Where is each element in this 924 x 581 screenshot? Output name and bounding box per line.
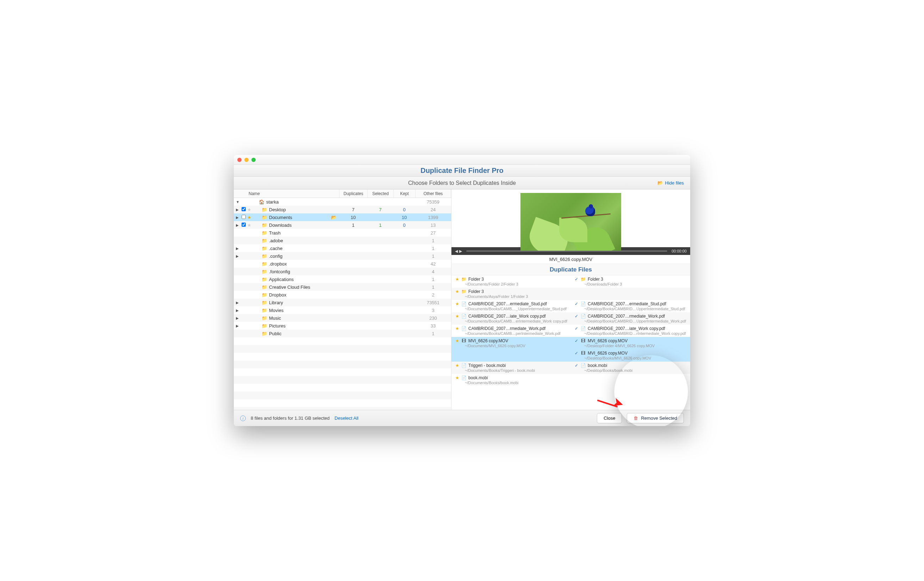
dup-cell[interactable]: ★📄book.mobi~/Documents/Books/book.mobi [451,374,571,386]
file-type-icon: 📁 [461,289,466,294]
tree-row[interactable]: ▶★📁Desktop77024 [234,206,451,213]
col-kept[interactable]: Kept [394,190,416,198]
dup-filename: Folder 3 [469,277,484,282]
remove-selected-button[interactable]: 🗑 Remove Selected [627,413,684,423]
star-icon[interactable]: ★ [246,207,252,212]
expander-icon[interactable]: ▼ [236,200,241,204]
dup-cell[interactable]: ✓🎞MVI_6626 copy.MOV~/Desktop/Books/MVI_6… [571,349,690,361]
star-icon: ★ [455,289,459,294]
tree-row[interactable]: ▶📁Library73551 [234,299,451,306]
dup-cell[interactable]: ✓📄CAMBRIDGE_2007…rmediate_Work.pdf~/Desk… [571,312,690,325]
star-icon[interactable]: ★ [246,223,252,228]
dup-cell[interactable]: ✓📄CAMBRIDGE_2007…iate_Work copy.pdf~/Des… [571,325,690,337]
dup-row[interactable]: ★📄book.mobi~/Documents/Books/book.mobi [451,374,690,386]
tree-row[interactable]: ▶📁.config1 [234,252,451,260]
other-count: 1 [415,284,451,290]
expander-icon[interactable]: ▶ [236,246,241,250]
col-selected[interactable]: Selected [368,190,394,198]
tree-row[interactable]: ▶📁Movies3 [234,306,451,314]
folder-icon: 📁 [261,292,267,297]
checkbox[interactable] [241,207,246,212]
col-name[interactable]: Name [234,190,340,198]
dup-cell[interactable]: ★📄Triggeri - book.mobi~/Documents/Books/… [451,361,571,374]
tree-row[interactable]: 📁.fontconfig4 [234,267,451,276]
dup-row[interactable]: ★📄CAMBRIDGE_2007…iate_Work copy.pdf~/Doc… [451,312,690,325]
expander-icon[interactable]: ▶ [236,223,241,227]
check-icon: ✓ [574,363,579,368]
tree-row[interactable]: ▶📁Pictures33 [234,322,451,330]
folder-tree[interactable]: ▼🏠starka75359▶★📁Desktop77024▶★📁Documents… [234,198,451,410]
dup-cell[interactable]: ★📄CAMBRIDGE_2007…ermediate_Stud.pdf~/Doc… [451,300,571,312]
expander-icon[interactable]: ▶ [236,309,241,312]
tree-row[interactable]: ▶★📁Downloads11013 [234,221,451,229]
close-window-icon[interactable] [238,158,242,162]
subtitle-text: Choose Folders to Select Duplicates Insi… [408,180,516,186]
dup-cell[interactable]: ✓🎞MVI_6626 copy.MOV~/Desktop/Folder 4/MV… [571,337,690,349]
file-type-icon: 📄 [461,375,466,380]
tree-row-empty [234,345,451,353]
dup-row[interactable]: ★🎞MVI_6626 copy.MOV~/Documents/MVI_6626 … [451,337,690,349]
tree-row[interactable]: 📁.dropbox42 [234,260,451,267]
star-icon: ★ [455,375,459,380]
deselect-all-link[interactable]: Deselect All [335,416,358,421]
video-preview[interactable] [520,193,621,251]
zoom-window-icon[interactable] [251,158,256,162]
expander-icon[interactable]: ▶ [236,216,241,220]
footer-bar: i 8 files and folders for 1.31 GB select… [234,410,690,426]
remove-selected-label: Remove Selected [641,416,677,421]
folder-label: .config [269,254,282,259]
expander-icon[interactable]: ▶ [236,301,241,305]
checkbox[interactable] [241,223,246,228]
dup-row[interactable]: ✓🎞MVI_6626 copy.MOV~/Desktop/Books/MVI_6… [451,349,690,361]
file-type-icon: 🎞 [461,338,466,343]
tree-row[interactable]: 📁Trash27 [234,229,451,237]
dup-row[interactable]: ★📁Folder 3~/Documents/Folder 2/Folder 3✓… [451,276,690,288]
play-icon[interactable]: ▶ [459,249,462,254]
folder-icon: 📁 [261,315,267,321]
dup-row[interactable]: ★📄Triggeri - book.mobi~/Documents/Books/… [451,361,690,374]
dup-count: 10 [339,215,367,220]
dup-row[interactable]: ★📄CAMBRIDGE_2007…ermediate_Stud.pdf~/Doc… [451,300,690,312]
expander-icon[interactable]: ▶ [236,254,241,258]
dup-path: ~/Documents/Books/CAMB…erIntermediate_Wo… [465,319,567,323]
rewind-icon[interactable]: ◀ [455,249,458,254]
dup-cell[interactable]: ★📄CAMBRIDGE_2007…rmediate_Work.pdf~/Docu… [451,325,571,337]
tree-row[interactable]: ▶📁Music230 [234,314,451,322]
col-other[interactable]: Other files [416,190,451,198]
dup-row[interactable]: ★📄CAMBRIDGE_2007…rmediate_Work.pdf~/Docu… [451,325,690,337]
dup-cell[interactable]: ✓📄CAMBRIDGE_2007…ermediate_Stud.pdf~/Des… [571,300,690,312]
tree-row[interactable]: ▼🏠starka75359 [234,198,451,206]
tree-row[interactable]: 📁.adobe1 [234,237,451,244]
close-button[interactable]: Close [597,413,622,423]
dup-filename: CAMBRIDGE_2007…iate_Work copy.pdf [469,314,546,319]
check-icon: ✓ [574,338,579,343]
dup-cell[interactable]: ★📄CAMBRIDGE_2007…iate_Work copy.pdf~/Doc… [451,312,571,325]
hide-files-link[interactable]: 📂 Hide files [657,180,684,186]
dup-cell[interactable]: ★🎞MVI_6626 copy.MOV~/Documents/MVI_6626 … [451,337,571,349]
tree-row[interactable]: ▶★📁Documents📂10101399 [234,213,451,221]
star-icon[interactable]: ★ [246,215,252,220]
dup-row[interactable]: ★📁Folder 3~/Documents/Asya/Folder 1/Fold… [451,288,690,300]
dup-cell[interactable]: ★📁Folder 3~/Documents/Folder 2/Folder 3 [451,276,571,288]
dup-path: ~/Desktop/Folder 4/MVI_6626 copy.MOV [584,344,686,348]
dup-cell[interactable]: ★📁Folder 3~/Documents/Asya/Folder 1/Fold… [451,288,571,300]
tree-row[interactable]: 📁Applications1 [234,276,451,283]
minimize-window-icon[interactable] [244,158,249,162]
expander-icon[interactable]: ▶ [236,208,241,211]
check-icon: ✓ [574,301,579,306]
tree-row[interactable]: 📁Public1 [234,330,451,337]
dup-cell[interactable]: ✓📄book.mobi~/Desktop/Books/book.mobi [571,361,690,374]
expander-icon[interactable]: ▶ [236,316,241,320]
col-duplicates[interactable]: Duplicates [340,190,368,198]
duplicate-list[interactable]: ★📁Folder 3~/Documents/Folder 2/Folder 3✓… [451,276,690,410]
checkbox[interactable] [241,215,246,220]
tree-row[interactable]: 📁Dropbox2 [234,291,451,299]
tree-row[interactable]: 📁Creative Cloud Files1 [234,283,451,291]
tree-row[interactable]: ▶📁.cache1 [234,244,451,252]
folder-icon: 📁 [261,308,267,313]
dup-cell[interactable]: ✓📁Folder 3~/Downloads/Folder 3 [571,276,690,288]
expander-icon[interactable]: ▶ [236,324,241,328]
folder-label: Movies [269,308,284,313]
star-icon: ★ [455,314,459,319]
star-icon: ★ [455,277,459,282]
